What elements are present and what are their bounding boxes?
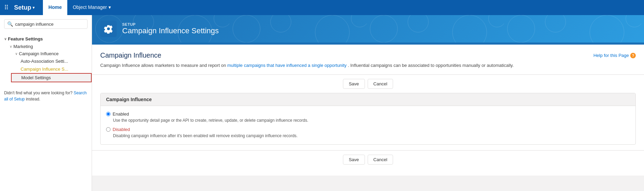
enabled-radio[interactable] [106,112,111,116]
top-navigation: ⠿ Setup ▾ Home Object Manager ▾ [0,0,644,15]
marketing-subsection: ∨ Marketing ∨ Campaign Influence Auto-As… [0,43,92,82]
cancel-button-bottom[interactable]: Cancel [368,155,393,165]
page-header: SETUP Campaign Influence Settings [92,15,644,43]
campaign-influence-header[interactable]: ∨ Campaign Influence [11,50,92,57]
content-area: Campaign Influence Help for this Page ? … [92,45,644,176]
sidebar-item-model-settings[interactable]: Model Settings [11,73,92,82]
sidebar: 🔍 ∨ Feature Settings ∨ Marketing ∨ [0,15,92,191]
nav-tabs: Home Object Manager ▾ [43,0,116,15]
main-layout: 🔍 ∨ Feature Settings ∨ Marketing ∨ [0,15,644,191]
section-box-content: Enabled Use the opportunity detail page … [101,106,635,144]
marketing-chevron: ∨ [10,45,12,48]
main-content: SETUP Campaign Influence Settings Campai… [92,15,644,191]
page-title: Campaign Influence Settings [122,26,219,35]
sidebar-not-found: Didn't find what you were looking for? S… [0,86,92,106]
tab-home[interactable]: Home [43,0,67,15]
campaign-influence-subsection: ∨ Campaign Influence Auto-Association Se… [5,50,92,82]
search-box[interactable]: 🔍 [4,19,88,29]
setup-label: SETUP [122,22,219,26]
header-icon-box [100,21,117,37]
sidebar-section-feature-settings: ∨ Feature Settings ∨ Marketing ∨ Campaig… [0,33,92,84]
help-link[interactable]: Help for this Page ? [594,53,636,58]
save-button-top[interactable]: Save [343,79,365,89]
sidebar-item-campaign-influence-s[interactable]: Campaign Influence S... [11,65,92,73]
section-title-row: Campaign Influence Help for this Page ? [100,51,636,59]
campaign-influence-chevron: ∨ [15,52,18,56]
campaign-influence-section-box: Campaign Influence Enabled Use the oppor… [100,93,636,145]
enabled-description: Use the opportunity detail page or the A… [106,117,630,123]
apps-icon[interactable]: ⠿ [4,4,9,11]
feature-settings-chevron: ∨ [4,37,7,41]
bottom-button-row: Save Cancel [100,151,636,169]
description-text: Campaign Influence allows marketers to m… [100,62,636,69]
enabled-radio-label[interactable]: Enabled [106,111,630,117]
marketing-header[interactable]: ∨ Marketing [5,43,92,50]
tab-object-manager[interactable]: Object Manager ▾ [67,0,116,15]
radio-option-disabled: Disabled Disabling campaign influence af… [106,127,630,139]
object-manager-arrow: ▾ [108,4,111,10]
disabled-radio[interactable] [106,127,111,132]
search-input[interactable] [15,22,84,27]
disabled-description: Disabling campaign influence after it's … [106,133,630,139]
help-icon: ? [630,53,636,58]
section-box-header: Campaign Influence [101,93,635,106]
gear-icon [104,24,113,34]
search-icon: 🔍 [7,21,13,27]
top-button-row: Save Cancel [100,75,636,93]
sidebar-nav: ∨ Feature Settings ∨ Marketing ∨ Campaig… [0,32,92,86]
radio-group: Enabled Use the opportunity detail page … [106,111,630,139]
feature-settings-header[interactable]: ∨ Feature Settings [0,35,92,43]
brand-dropdown-arrow[interactable]: ▾ [33,5,35,10]
disabled-radio-label[interactable]: Disabled [106,127,630,132]
radio-option-enabled: Enabled Use the opportunity detail page … [106,111,630,123]
section-title: Campaign Influence [100,51,161,59]
brand-label[interactable]: Setup ▾ [14,4,35,11]
save-button-bottom[interactable]: Save [343,155,365,165]
cancel-button-top[interactable]: Cancel [368,79,393,89]
page-header-text: SETUP Campaign Influence Settings [122,22,219,35]
sidebar-item-auto-association[interactable]: Auto-Association Setti... [11,57,92,65]
